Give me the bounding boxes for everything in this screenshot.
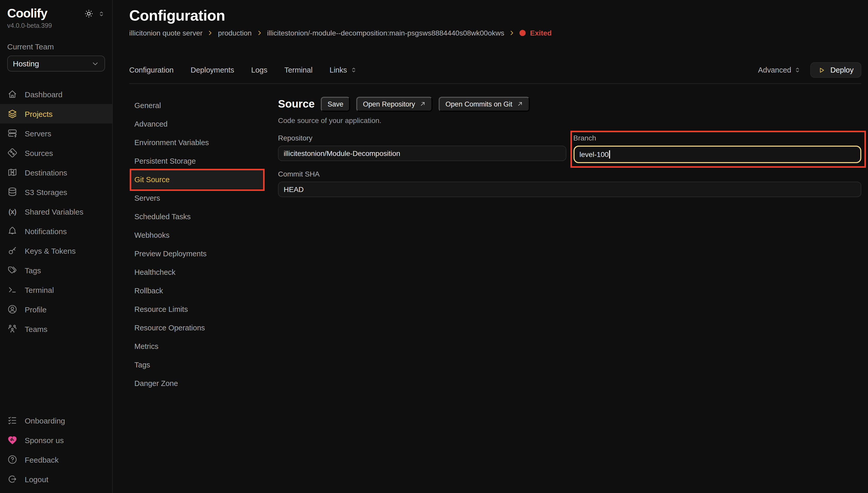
play-icon — [818, 66, 826, 74]
team-select[interactable]: Hosting — [7, 56, 105, 71]
sidebar-item-notifications[interactable]: Notifications — [0, 221, 112, 241]
team-select-value: Hosting — [13, 59, 39, 68]
deploy-button[interactable]: Deploy — [810, 62, 861, 78]
sidebar-item-teams[interactable]: Teams — [0, 319, 112, 339]
app-version: v4.0.0-beta.399 — [0, 22, 112, 29]
subnav-item-rollback[interactable]: Rollback — [129, 281, 264, 300]
sidebar-footer-nav: Onboarding Sponsor us Feedback Logout — [0, 411, 112, 489]
chevron-down-icon — [91, 60, 99, 68]
sidebar-item-label: Onboarding — [25, 416, 65, 425]
sidebar-item-logout[interactable]: Logout — [0, 469, 112, 489]
subnav-item-danger-zone[interactable]: Danger Zone — [129, 374, 264, 393]
tab-logs[interactable]: Logs — [251, 66, 268, 74]
chevron-right-icon — [207, 30, 213, 36]
sidebar-item-servers[interactable]: Servers — [0, 124, 112, 143]
variables-icon: (x) — [7, 206, 18, 217]
database-icon — [7, 187, 18, 197]
sidebar-item-keys-tokens[interactable]: Keys & Tokens — [0, 241, 112, 260]
logo-row: Coolify — [0, 6, 112, 21]
subnav-item-webhooks[interactable]: Webhooks — [129, 226, 264, 244]
branch-field: Branch level-100 — [573, 134, 861, 163]
sidebar-item-profile[interactable]: Profile — [0, 300, 112, 319]
sidebar-item-label: Logout — [25, 475, 48, 484]
config-subnav: General Advanced Environment Variables P… — [129, 96, 264, 493]
git-source-icon — [7, 148, 18, 158]
sidebar-item-label: Teams — [25, 324, 47, 333]
heart-hands-icon — [7, 435, 18, 445]
branch-input-value: level-100 — [579, 150, 609, 158]
sidebar-item-tags[interactable]: Tags — [0, 260, 112, 280]
bell-icon — [7, 226, 18, 236]
tab-configuration[interactable]: Configuration — [129, 66, 174, 74]
external-link-icon — [517, 101, 523, 107]
subnav-item-scheduled-tasks[interactable]: Scheduled Tasks — [129, 207, 264, 226]
theme-select-caret-icon[interactable] — [98, 10, 105, 17]
chevron-right-icon — [256, 30, 262, 36]
sidebar-item-label: Terminal — [25, 285, 54, 294]
sidebar-item-label: Keys & Tokens — [25, 246, 76, 255]
app-logo: Coolify — [7, 6, 47, 21]
open-commits-button[interactable]: Open Commits on Git — [439, 97, 530, 111]
sidebar-item-label: Destinations — [25, 168, 67, 177]
repository-input[interactable] — [278, 146, 566, 161]
help-circle-icon — [7, 454, 18, 465]
sidebar-item-sources[interactable]: Sources — [0, 143, 112, 163]
header-actions: Advanced Deploy — [758, 62, 861, 78]
advanced-menu[interactable]: Advanced — [758, 66, 801, 74]
stack-icon — [7, 109, 18, 119]
sidebar-item-label: Feedback — [25, 455, 59, 464]
subnav-item-git-source[interactable]: Git Source — [129, 170, 264, 189]
open-repository-button[interactable]: Open Repository — [356, 97, 433, 111]
subnav-item-tags[interactable]: Tags — [129, 356, 264, 374]
sidebar-nav: Dashboard Projects Servers Sources Desti… — [0, 84, 112, 339]
sidebar-item-label: Profile — [25, 305, 47, 314]
tab-deployments[interactable]: Deployments — [191, 66, 234, 74]
server-icon — [7, 128, 18, 138]
logout-icon — [7, 474, 18, 484]
save-button[interactable]: Save — [321, 97, 350, 111]
subnav-item-preview-deployments[interactable]: Preview Deployments — [129, 244, 264, 263]
tags-icon — [7, 265, 18, 275]
sidebar-item-dashboard[interactable]: Dashboard — [0, 84, 112, 104]
subnav-item-healthcheck[interactable]: Healthcheck — [129, 263, 264, 281]
sidebar-item-destinations[interactable]: Destinations — [0, 163, 112, 182]
tabs: Configuration Deployments Logs Terminal … — [129, 66, 357, 74]
sidebar-item-terminal[interactable]: Terminal — [0, 280, 112, 300]
caret-sort-icon — [794, 66, 801, 73]
subnav-item-environment-variables[interactable]: Environment Variables — [129, 133, 264, 152]
coolify-app: Coolify v4.0.0-beta.399 Current Team Hos… — [0, 0, 868, 493]
sidebar-item-label: S3 Storages — [25, 188, 67, 196]
theme-sun-icon[interactable] — [84, 9, 93, 18]
text-cursor — [609, 150, 610, 158]
sidebar-item-projects[interactable]: Projects — [0, 104, 112, 124]
subnav-item-servers[interactable]: Servers — [129, 189, 264, 207]
sidebar-item-shared-variables[interactable]: (x) Shared Variables — [0, 202, 112, 221]
section-title: Source — [278, 98, 315, 110]
tabs-row: Configuration Deployments Logs Terminal … — [129, 62, 861, 78]
sidebar-item-feedback[interactable]: Feedback — [0, 450, 112, 469]
sidebar-item-onboarding[interactable]: Onboarding — [0, 411, 112, 430]
commit-sha-input[interactable] — [278, 182, 861, 197]
repository-label: Repository — [278, 134, 566, 142]
chevron-right-icon — [509, 30, 515, 36]
breadcrumb-resource[interactable]: illicitestonion/-module--decomposition:m… — [267, 29, 504, 37]
breadcrumb-environment[interactable]: production — [218, 29, 252, 37]
sidebar-item-s3-storages[interactable]: S3 Storages — [0, 182, 112, 202]
breadcrumb-project[interactable]: illicitonion quote server — [129, 29, 203, 37]
main-area: Configuration illicitonion quote server … — [113, 0, 868, 493]
subnav-item-general[interactable]: General — [129, 96, 264, 115]
breadcrumb: illicitonion quote server production ill… — [129, 29, 861, 37]
page-title: Configuration — [129, 7, 861, 24]
subnav-item-resource-limits[interactable]: Resource Limits — [129, 300, 264, 319]
tab-links[interactable]: Links — [330, 66, 357, 74]
source-header: Source Save Open Repository Open Commits… — [278, 96, 861, 112]
branch-input[interactable]: level-100 — [573, 146, 861, 163]
commit-sha-field: Commit SHA — [278, 170, 861, 197]
subnav-item-persistent-storage[interactable]: Persistent Storage — [129, 152, 264, 170]
subnav-item-advanced[interactable]: Advanced — [129, 115, 264, 133]
sidebar-item-sponsor-us[interactable]: Sponsor us — [0, 430, 112, 450]
tab-terminal[interactable]: Terminal — [284, 66, 313, 74]
subnav-item-resource-operations[interactable]: Resource Operations — [129, 319, 264, 337]
status-badge: Exited — [520, 29, 552, 37]
subnav-item-metrics[interactable]: Metrics — [129, 337, 264, 356]
